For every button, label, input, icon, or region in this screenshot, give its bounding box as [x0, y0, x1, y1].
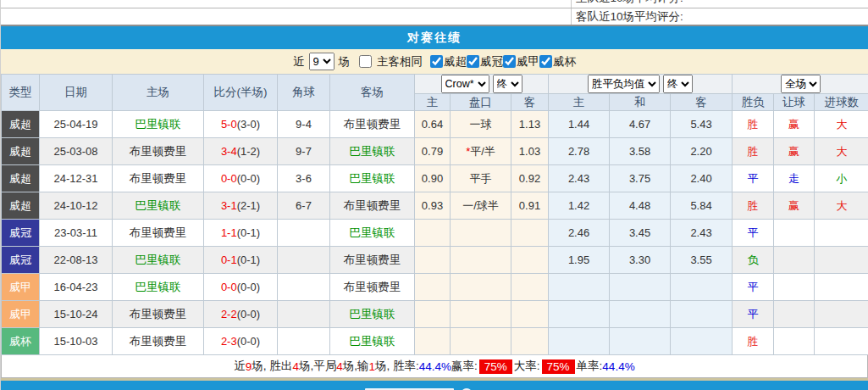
recent-games-select[interactable]: 9 — [309, 53, 334, 70]
europe-home-odds — [549, 328, 610, 355]
summary-text: 近 — [234, 359, 246, 374]
same-venue-checkbox[interactable] — [359, 55, 372, 68]
history-rows: 威超25-04-19巴里镇联5-0(3-0)9-4布里顿费里0.64一球1.13… — [2, 111, 868, 355]
corner-score — [278, 274, 330, 301]
europe-time-select[interactable]: 终 — [663, 75, 693, 93]
asian-away-odds: 0.91 — [511, 192, 549, 220]
section-title: 对赛往绩 — [407, 31, 462, 44]
asian-handicap: 一球 — [451, 111, 511, 138]
result-cell: 平 — [733, 301, 774, 328]
result-cell: 负 — [733, 247, 774, 274]
league-type-badge: 威超 — [2, 192, 40, 220]
h2h-panel: 主队近10场平均评分: 客队近10场平均评分: 对赛往绩 近 9 场 主客相同 … — [0, 0, 868, 390]
home-rating-row: 主队近10场平均评分: — [1, 0, 868, 8]
summary-line: 近 9 场, 胜出 4 场,平局 4 场,输 1 场, 胜率: 44.4% 赢率… — [1, 355, 868, 378]
home-team-name: 巴里镇联 — [113, 274, 204, 301]
home-rating-label: 主队近10场平均评分: — [576, 0, 683, 6]
league-filters: 威超威冠威甲威杯 — [430, 54, 576, 70]
corner-score: 9-7 — [278, 138, 330, 165]
league-filter-威杯[interactable]: 威杯 — [539, 54, 576, 70]
scope-select[interactable]: 全场 — [781, 75, 821, 93]
home-team-name: 巴里镇联 — [113, 111, 204, 138]
away-team-name: 巴里镇联 — [330, 301, 415, 328]
home-team-name: 巴里镇联 — [113, 192, 204, 220]
europe-draw-odds — [610, 301, 671, 328]
away-team-name: 布里顿费里 — [330, 111, 415, 138]
league-filter-威甲[interactable]: 威甲 — [503, 54, 539, 70]
fulltime-score: 3-4 — [221, 145, 237, 158]
away-team-name: 巴里镇联 — [330, 328, 415, 355]
asian-handicap: 一/球半 — [451, 192, 511, 220]
asian-company-select[interactable]: Crow* — [441, 75, 489, 93]
away-team-name: 布里顿费里 — [330, 274, 415, 301]
europe-type-select[interactable]: 胜平负均值 — [588, 75, 660, 93]
summary-stat-red: 4 — [292, 360, 299, 373]
europe-away-odds: 2.20 — [671, 138, 733, 165]
halftime-score: (2-1) — [237, 199, 260, 212]
europe-home-odds: 1.95 — [549, 247, 610, 274]
asian-home-odds: 0.90 — [415, 165, 451, 192]
asian-handicap: *平/半 — [451, 138, 511, 165]
match-date: 25-04-19 — [40, 111, 113, 138]
home-team-name: 布里顿费里 — [113, 328, 204, 355]
handicap-change-star: * — [466, 145, 470, 158]
table-row: 威超25-03-08布里顿费里3-4(1-2)9-7巴里镇联0.79*平/半1.… — [2, 138, 868, 165]
match-date: 24-12-31 — [40, 165, 113, 192]
europe-draw-odds: 3.30 — [610, 247, 671, 274]
summary-stat-badge: 75% — [479, 359, 512, 374]
league-filter-威冠[interactable]: 威冠 — [467, 54, 503, 70]
asian-home-odds — [415, 247, 451, 274]
scope-header: 全场 — [733, 75, 868, 94]
halftime-score: (0-0) — [237, 172, 260, 185]
asian-away-odds — [511, 274, 549, 301]
asian-away-odds: 1.03 — [511, 138, 549, 165]
home-team-name: 布里顿费里 — [113, 165, 204, 192]
table-row: 威超24-10-12巴里镇联3-1(2-1)6-7布里顿费里0.93一/球半0.… — [2, 192, 868, 220]
home-team-name: 布里顿费里 — [113, 220, 204, 247]
europe-away-odds: 2.43 — [671, 220, 733, 247]
same-venue-option[interactable]: 主客相同 — [359, 54, 423, 70]
league-checkbox[interactable] — [539, 55, 552, 68]
asian-handicap — [451, 247, 511, 274]
goals-result-cell — [815, 274, 868, 301]
league-checkbox[interactable] — [430, 55, 443, 68]
fulltime-score: 2-3 — [221, 335, 237, 348]
divider — [571, 0, 572, 8]
europe-away-odds: 5.84 — [671, 192, 733, 220]
away-team-name: 布里顿费里 — [330, 247, 415, 274]
fulltime-score: 2-2 — [221, 308, 237, 320]
league-type-badge: 威甲 — [2, 301, 40, 328]
table-row: 威甲15-10-24布里顿费里2-2(0-0)巴里镇联平 — [2, 301, 868, 328]
asian-handicap: 平手 — [451, 165, 511, 192]
asian-away-odds — [511, 301, 549, 328]
away-team-name: 巴里镇联 — [330, 138, 415, 165]
home-team-name: 布里顿费里 — [113, 138, 204, 165]
goals-result-cell — [815, 328, 868, 355]
asian-home-odds — [415, 274, 451, 301]
asian-time-select[interactable]: 终 — [493, 75, 522, 93]
handicap-result-cell — [774, 220, 815, 247]
fulltime-score: 1-1 — [221, 226, 237, 239]
europe-draw-odds — [610, 328, 671, 355]
match-score: 0-1(0-1) — [204, 247, 278, 274]
same-venue-label: 主客相同 — [377, 54, 423, 70]
result-cell: 平 — [733, 165, 774, 192]
league-checkbox[interactable] — [467, 55, 479, 68]
away-team-name: 巴里镇联 — [330, 220, 415, 247]
asian-home-odds — [415, 301, 451, 328]
asian-away-odds: 1.13 — [511, 111, 549, 138]
halftime-score: (0-1) — [237, 254, 260, 266]
summary-text: 场,输 — [343, 359, 369, 374]
europe-home-odds: 2.78 — [549, 138, 610, 165]
league-checkbox[interactable] — [503, 55, 516, 68]
handicap-result-cell: 赢 — [774, 111, 815, 138]
asian-handicap — [451, 274, 511, 301]
halftime-score: (1-2) — [237, 145, 260, 158]
league-filter-威超[interactable]: 威超 — [430, 54, 467, 70]
asian-away-odds — [511, 220, 549, 247]
home-team-name: 巴里镇联 — [113, 247, 204, 274]
sub-col-header: 主 — [549, 94, 610, 111]
asian-handicap — [451, 220, 511, 247]
match-score: 0-0(0-0) — [204, 165, 278, 192]
match-date: 24-10-12 — [40, 192, 113, 220]
